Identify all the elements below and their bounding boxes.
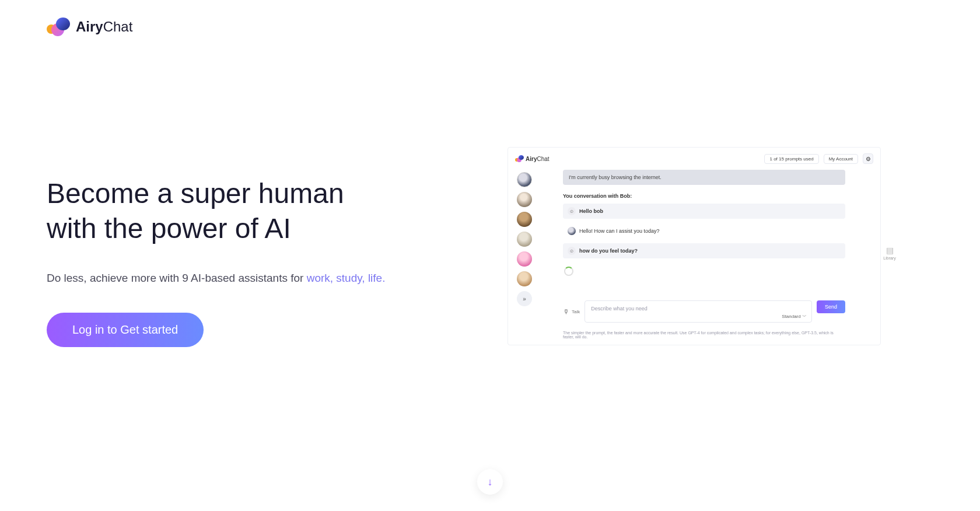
- send-button[interactable]: Send: [817, 300, 845, 313]
- library-tab[interactable]: ▤ Library: [878, 246, 901, 260]
- product-screenshot: AiryChat 1 of 15 prompts used My Account…: [508, 147, 881, 345]
- brand-light: Chat: [103, 19, 133, 34]
- assistant-avatar[interactable]: [517, 232, 532, 247]
- mock-brand: AiryChat: [515, 155, 550, 162]
- brand-bold: Airy: [76, 19, 103, 34]
- gear-icon: ⚙: [866, 156, 871, 162]
- assistant-avatar[interactable]: [517, 212, 532, 227]
- talk-label-text: Talk: [572, 309, 580, 314]
- mock-brand-bold: Airy: [526, 156, 537, 162]
- hero-title: Become a super human with the power of A…: [47, 176, 420, 246]
- mock-body: » I'm currently busy browsing the intern…: [515, 170, 873, 339]
- assistant-rail: »: [515, 170, 534, 339]
- conversation-label: You conversation with Bob:: [563, 193, 845, 199]
- assistant-avatar[interactable]: [517, 172, 532, 187]
- assistant-avatar[interactable]: [517, 251, 532, 267]
- user-avatar-icon: ☺: [568, 207, 576, 215]
- user-avatar-icon: ☺: [568, 247, 576, 255]
- model-label: Standard: [782, 314, 800, 319]
- loading-spinner-icon: [564, 267, 573, 276]
- hero-sub-prefix: Do less, achieve more with 9 AI-based as…: [47, 272, 307, 284]
- settings-button[interactable]: ⚙: [863, 153, 873, 164]
- assistant-avatar-icon: [568, 227, 576, 235]
- brand-name: AiryChat: [76, 19, 132, 35]
- talk-mode[interactable]: 🎙 Talk: [563, 300, 580, 323]
- usage-badge: 1 of 15 prompts used: [764, 154, 818, 164]
- chat-message-assistant: Hello! How can I assist you today?: [563, 223, 845, 239]
- chat-message-user: ☺ Hello bob: [563, 204, 845, 219]
- expand-rail-button[interactable]: »: [517, 291, 532, 306]
- book-icon: ▤: [878, 246, 901, 255]
- chat-message-user: ☺ how do you feel today?: [563, 243, 845, 258]
- hero-sub-accent: work, study, life.: [307, 272, 386, 284]
- composer-hint: The simpler the prompt, the faster and m…: [563, 331, 845, 339]
- header: AiryChat: [0, 0, 980, 54]
- hero-copy: Become a super human with the power of A…: [47, 147, 420, 347]
- composer: 🎙 Talk Describe what you need Standard ﹀…: [563, 300, 845, 323]
- hero-title-line2: with the power of AI: [47, 213, 291, 244]
- message-text: how do you feel today?: [579, 248, 638, 254]
- message-text: Hello bob: [579, 208, 603, 214]
- hero-title-line1: Become a super human: [47, 178, 344, 209]
- model-selector[interactable]: Standard ﹀: [782, 313, 807, 320]
- hero-subtitle: Do less, achieve more with 9 AI-based as…: [47, 272, 420, 285]
- mock-topbar: AiryChat 1 of 15 prompts used My Account…: [515, 153, 873, 164]
- account-link[interactable]: My Account: [824, 154, 858, 164]
- mock-topbar-right: 1 of 15 prompts used My Account ⚙: [764, 153, 873, 164]
- assistant-avatar[interactable]: [517, 192, 532, 207]
- hero-illustration: AiryChat 1 of 15 prompts used My Account…: [455, 147, 933, 345]
- cloud-logo-icon: [47, 16, 70, 37]
- mock-brand-light: Chat: [537, 156, 549, 162]
- brand-logo[interactable]: AiryChat: [47, 16, 132, 37]
- assistant-avatar[interactable]: [517, 271, 532, 286]
- login-cta-button[interactable]: Log in to Get started: [47, 313, 204, 347]
- mock-main: I'm currently busy browsing the internet…: [540, 170, 873, 339]
- scroll-down-button[interactable]: ↓: [477, 469, 503, 495]
- cloud-logo-icon: [515, 155, 523, 162]
- message-text: Hello! How can I assist you today?: [579, 228, 660, 234]
- prompt-input[interactable]: Describe what you need Standard ﹀: [584, 300, 812, 323]
- prompt-placeholder: Describe what you need: [591, 306, 648, 312]
- library-label: Library: [883, 256, 895, 260]
- chevron-down-icon: ﹀: [802, 314, 807, 319]
- microphone-icon: 🎙: [563, 308, 569, 315]
- status-banner: I'm currently busy browsing the internet…: [563, 170, 845, 185]
- chevrons-right-icon: »: [523, 296, 526, 302]
- arrow-down-icon: ↓: [488, 476, 493, 488]
- hero-section: Become a super human with the power of A…: [0, 54, 980, 347]
